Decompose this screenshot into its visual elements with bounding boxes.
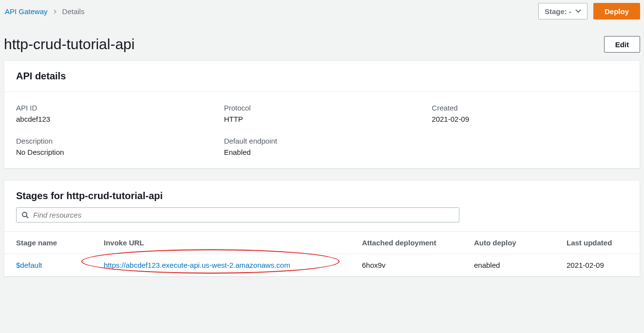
breadcrumb: API Gateway Details [4,7,84,16]
search-box [16,207,459,222]
default-endpoint-value: Enabled [224,148,420,156]
description-value: No Description [16,148,212,156]
deploy-button[interactable]: Deploy [593,3,640,19]
search-icon [21,211,29,219]
protocol-label: Protocol [224,104,420,112]
caret-down-icon [575,9,581,14]
api-details-title: API details [16,71,628,82]
default-endpoint-label: Default endpoint [224,137,420,145]
api-id-label: API ID [16,104,212,112]
breadcrumb-current: Details [62,7,85,16]
created-label: Created [432,104,628,112]
stages-table: Stage name Invoke URL Attached deploymen… [4,231,640,276]
edit-button[interactable]: Edit [604,36,640,53]
attached-deployment-value: 6hox9v [350,254,462,277]
breadcrumb-root-link[interactable]: API Gateway [5,7,48,16]
col-last-updated[interactable]: Last updated [555,232,640,254]
invoke-url-link[interactable]: https://abcdef123.execute-api.us-west-2.… [104,261,290,269]
protocol-value: HTTP [224,115,420,123]
api-id-value: abcdef123 [16,115,212,123]
stage-name-link[interactable]: $default [16,261,42,269]
svg-point-0 [22,212,27,217]
created-value: 2021-02-09 [432,115,628,123]
description-label: Description [16,137,212,145]
search-input[interactable] [33,211,454,219]
col-invoke-url[interactable]: Invoke URL [92,232,350,254]
table-row: $default https://abcdef123.execute-api.u… [4,254,640,277]
col-stage-name[interactable]: Stage name [4,232,92,254]
col-auto-deploy[interactable]: Auto deploy [462,232,555,254]
stage-select-label: Stage: - [545,7,571,16]
page-title: http-crud-tutorial-api [4,36,134,53]
auto-deploy-value: enabled [462,254,555,277]
stage-select[interactable]: Stage: - [538,3,587,19]
col-attached-deployment[interactable]: Attached deployment [350,232,462,254]
svg-line-1 [26,216,28,218]
chevron-right-icon [53,7,57,16]
last-updated-value: 2021-02-09 [555,254,640,277]
api-details-panel: API details API ID abcdef123 Protocol HT… [4,60,640,168]
stages-panel: Stages for http-crud-tutorial-api Stage … [4,180,640,277]
stages-title: Stages for http-crud-tutorial-api [16,190,628,202]
